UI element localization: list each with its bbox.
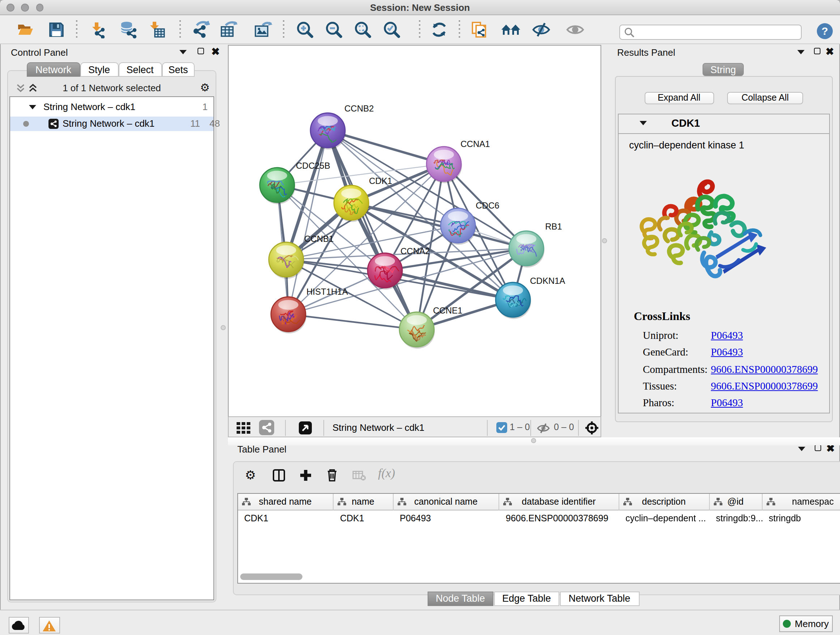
svg-text:CDC6: CDC6 — [475, 200, 499, 210]
svg-text:CCNB1: CCNB1 — [304, 233, 333, 243]
svg-text:CCNA1: CCNA1 — [460, 139, 489, 149]
svg-text:RB1: RB1 — [545, 221, 562, 231]
svg-text:HIST1H1A: HIST1H1A — [306, 287, 347, 296]
svg-text:CCNA2: CCNA2 — [400, 246, 429, 256]
svg-text:CDC25B: CDC25B — [295, 160, 330, 170]
svg-text:CDK1: CDK1 — [369, 176, 392, 185]
svg-text:CCNE1: CCNE1 — [433, 305, 462, 315]
svg-text:CCNB2: CCNB2 — [344, 103, 373, 113]
svg-text:CDKN1A: CDKN1A — [530, 276, 565, 285]
